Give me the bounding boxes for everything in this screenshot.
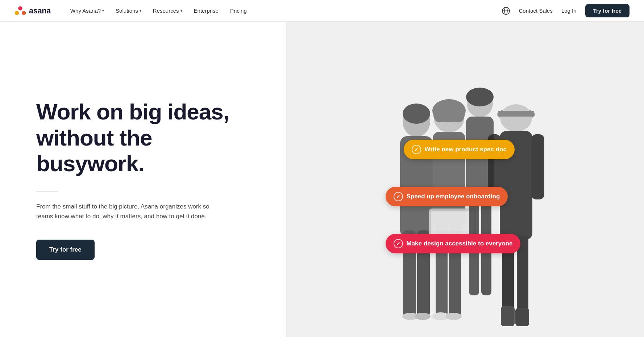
nav-item-enterprise[interactable]: Enterprise bbox=[189, 5, 224, 17]
divider bbox=[36, 191, 58, 191]
logo-text: asana bbox=[29, 6, 51, 16]
nav-menu: Why Asana? ▾ Solutions ▾ Resources ▾ Ent… bbox=[65, 5, 502, 17]
navbar-right: Contact Sales Log In Try for free bbox=[502, 4, 630, 17]
hero-left-panel: Work on big ideas, without the busywork.… bbox=[0, 22, 286, 337]
svg-point-21 bbox=[466, 88, 494, 106]
check-icon: ✓ bbox=[394, 239, 403, 248]
chevron-down-icon: ▾ bbox=[180, 9, 182, 13]
nav-item-solutions[interactable]: Solutions ▾ bbox=[111, 5, 146, 17]
svg-point-38 bbox=[446, 313, 462, 320]
svg-point-2 bbox=[22, 11, 26, 15]
svg-rect-34 bbox=[515, 308, 529, 326]
asana-logo-icon bbox=[14, 5, 26, 17]
try-for-free-main-button[interactable]: Try for free bbox=[36, 240, 95, 260]
navbar: asana Why Asana? ▾ Solutions ▾ Resources… bbox=[0, 0, 644, 22]
svg-point-0 bbox=[18, 6, 22, 10]
hero-description: From the small stuff to the big picture,… bbox=[36, 202, 210, 221]
nav-item-resources[interactable]: Resources ▾ bbox=[148, 5, 187, 17]
chevron-down-icon: ▾ bbox=[102, 9, 104, 13]
hero-title: Work on big ideas, without the busywork. bbox=[36, 99, 257, 176]
task-badge-employee-onboarding: ✓ Speed up employee onboarding bbox=[386, 187, 508, 206]
logo[interactable]: asana bbox=[14, 5, 51, 17]
log-in-link[interactable]: Log In bbox=[561, 8, 577, 14]
check-icon: ✓ bbox=[412, 145, 421, 154]
main-content: Work on big ideas, without the busywork.… bbox=[0, 22, 644, 337]
svg-point-13 bbox=[433, 108, 446, 122]
try-for-free-nav-button[interactable]: Try for free bbox=[585, 4, 630, 17]
svg-rect-30 bbox=[531, 134, 544, 199]
task-badge-design-accessible: ✓ Make design accessible to everyone bbox=[386, 234, 521, 253]
svg-point-14 bbox=[452, 108, 465, 122]
nav-item-why-asana[interactable]: Why Asana? ▾ bbox=[65, 5, 109, 17]
svg-rect-33 bbox=[501, 306, 515, 326]
svg-point-26 bbox=[500, 104, 532, 132]
check-icon: ✓ bbox=[394, 192, 403, 201]
contact-sales-link[interactable]: Contact Sales bbox=[519, 8, 553, 14]
svg-point-1 bbox=[15, 11, 19, 15]
svg-point-7 bbox=[403, 104, 430, 124]
hero-right-panel: ✓ Write new product spec doc ✓ Speed up … bbox=[286, 22, 644, 337]
globe-icon[interactable] bbox=[502, 7, 510, 15]
hero-illustration: ✓ Write new product spec doc ✓ Speed up … bbox=[357, 46, 574, 328]
svg-rect-19 bbox=[431, 211, 474, 237]
svg-rect-27 bbox=[498, 111, 534, 117]
task-badge-write-spec: ✓ Write new product spec doc bbox=[404, 140, 515, 159]
svg-point-36 bbox=[415, 313, 431, 320]
nav-item-pricing[interactable]: Pricing bbox=[225, 5, 252, 17]
chevron-down-icon: ▾ bbox=[140, 9, 141, 13]
